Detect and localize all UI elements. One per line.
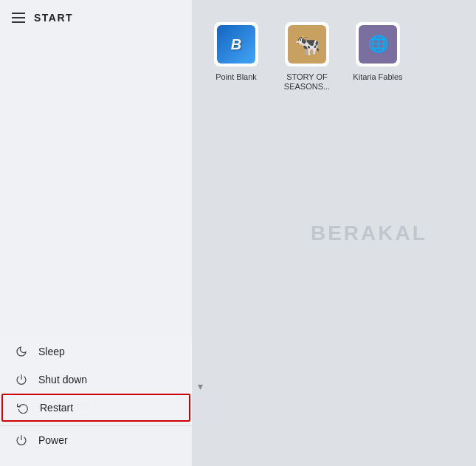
app-tile-pointblank[interactable]: B Point Blank bbox=[207, 22, 266, 92]
power-icon bbox=[15, 434, 28, 447]
app-label-pointblank: Point Blank bbox=[215, 72, 257, 82]
restart-label: Restart bbox=[40, 402, 73, 414]
sos-icon: 🐄 bbox=[288, 25, 326, 64]
kf-icon: 🌐 bbox=[359, 25, 397, 64]
restart-icon bbox=[16, 401, 30, 414]
sidebar-header: START bbox=[0, 0, 192, 31]
app-icon-wrapper-pointblank: B bbox=[214, 22, 258, 66]
sleep-label: Sleep bbox=[38, 346, 65, 357]
start-title: START bbox=[34, 12, 73, 24]
power-label: Power bbox=[38, 434, 68, 446]
right-panel: B Point Blank 🐄 STORY OF SEASONS... 🌐 Ki… bbox=[192, 0, 476, 466]
app-label-storyofseasons: STORY OF SEASONS... bbox=[277, 72, 337, 92]
power-flyout-menu: Sleep Shut down bbox=[0, 337, 192, 422]
watermark-text: BERAKAL bbox=[311, 222, 427, 245]
app-icon-wrapper-storyofseasons: 🐄 bbox=[285, 22, 329, 66]
pb-icon: B bbox=[217, 25, 255, 64]
sidebar-spacer bbox=[0, 31, 192, 357]
sidebar-item-restart[interactable]: Restart bbox=[1, 394, 190, 422]
shutdown-label: Shut down bbox=[38, 374, 87, 386]
app-tile-kitariafables[interactable]: 🌐 Kitaria Fables bbox=[348, 22, 407, 92]
app-tile-storyofseasons[interactable]: 🐄 STORY OF SEASONS... bbox=[277, 22, 337, 92]
hamburger-menu-button[interactable] bbox=[12, 13, 25, 23]
chevron-button[interactable]: ▾ bbox=[198, 380, 203, 392]
app-icon-wrapper-kitariafables: 🌐 bbox=[356, 22, 400, 66]
app-label-kitariafables: Kitaria Fables bbox=[353, 72, 402, 82]
sidebar-item-shutdown[interactable]: Shut down bbox=[0, 366, 192, 394]
sidebar-item-power[interactable]: Power bbox=[0, 425, 192, 454]
sleep-icon bbox=[15, 345, 28, 358]
sidebar: START Althof Docu bbox=[0, 0, 192, 466]
sidebar-item-sleep[interactable]: Sleep bbox=[0, 337, 192, 366]
shutdown-icon bbox=[15, 373, 28, 386]
sidebar-bottom: Althof Documents bbox=[0, 357, 192, 466]
pinned-apps-area: B Point Blank 🐄 STORY OF SEASONS... 🌐 Ki… bbox=[192, 0, 476, 99]
